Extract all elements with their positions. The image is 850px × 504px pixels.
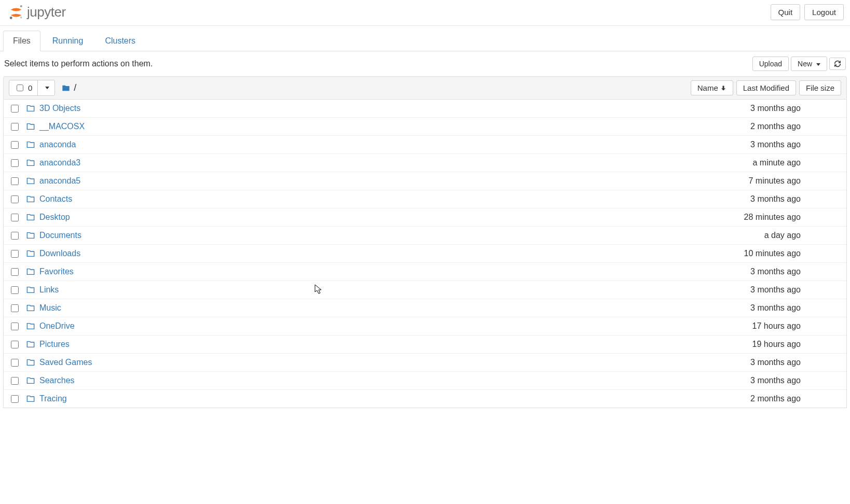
item-name[interactable]: Searches: [39, 376, 750, 385]
item-modified: 3 months ago: [750, 358, 801, 367]
file-list: 3D Objects3 months ago__MACOSX2 months a…: [3, 100, 847, 408]
item-name[interactable]: 3D Objects: [39, 104, 750, 113]
list-item: anaconda57 minutes ago: [4, 172, 846, 190]
svg-point-2: [20, 17, 22, 18]
item-name[interactable]: OneDrive: [39, 321, 752, 331]
list-item: __MACOSX2 months ago: [4, 118, 846, 136]
list-item: Links3 months ago: [4, 281, 846, 299]
item-name[interactable]: Contacts: [39, 194, 750, 204]
item-modified: 17 hours ago: [752, 321, 801, 331]
folder-icon[interactable]: [61, 84, 71, 92]
quit-button[interactable]: Quit: [771, 4, 801, 20]
selected-count: 0: [28, 83, 32, 92]
row-checkbox[interactable]: [11, 250, 19, 258]
folder-icon: [26, 231, 35, 240]
item-name[interactable]: Pictures: [39, 340, 752, 349]
folder-icon: [26, 177, 35, 185]
logout-button[interactable]: Logout: [804, 4, 844, 20]
item-name[interactable]: Saved Games: [39, 358, 750, 367]
item-name[interactable]: anaconda3: [39, 158, 752, 167]
list-item: Contacts3 months ago: [4, 190, 846, 208]
list-item: Tracing2 months ago: [4, 390, 846, 408]
item-modified: 3 months ago: [750, 303, 801, 313]
tab-clusters[interactable]: Clusters: [95, 31, 145, 51]
folder-icon: [26, 268, 35, 276]
item-name[interactable]: Music: [39, 303, 750, 313]
item-modified: 3 months ago: [750, 194, 801, 204]
row-checkbox[interactable]: [11, 323, 19, 330]
item-modified: 19 hours ago: [752, 340, 801, 349]
tab-bar: Files Running Clusters: [0, 30, 850, 51]
item-name[interactable]: Documents: [39, 231, 764, 240]
name-col-label: Name: [697, 83, 718, 92]
breadcrumb: /: [61, 82, 76, 93]
item-name[interactable]: __MACOSX: [39, 122, 750, 131]
folder-icon: [26, 304, 35, 312]
item-name[interactable]: Tracing: [39, 394, 750, 403]
list-item: Favorites3 months ago: [4, 263, 846, 281]
refresh-button[interactable]: [829, 58, 846, 70]
item-name[interactable]: Downloads: [39, 249, 744, 258]
row-checkbox[interactable]: [11, 268, 19, 276]
modified-col-label: Last Modified: [743, 83, 789, 92]
item-modified: 3 months ago: [750, 140, 801, 149]
list-item: anaconda3 months ago: [4, 136, 846, 154]
toolbar: Select items to perform actions on them.…: [0, 51, 850, 76]
row-checkbox[interactable]: [11, 105, 19, 113]
list-header: 0 / Name Last Modified File size: [3, 76, 847, 100]
tab-files[interactable]: Files: [3, 31, 40, 51]
tab-running[interactable]: Running: [43, 31, 93, 51]
sort-modified-button[interactable]: Last Modified: [736, 80, 796, 95]
row-checkbox[interactable]: [11, 159, 19, 167]
svg-point-0: [20, 5, 22, 7]
list-item: 3D Objects3 months ago: [4, 100, 846, 118]
item-modified: 28 minutes ago: [744, 213, 801, 222]
folder-icon: [26, 286, 35, 294]
item-name[interactable]: anaconda5: [39, 176, 748, 186]
row-checkbox[interactable]: [11, 141, 19, 149]
list-item: anaconda3a minute ago: [4, 154, 846, 172]
select-all-group: 0: [9, 80, 55, 96]
row-checkbox[interactable]: [11, 395, 19, 403]
select-all-dropdown[interactable]: [38, 84, 54, 92]
row-checkbox[interactable]: [11, 377, 19, 385]
row-checkbox[interactable]: [11, 232, 19, 240]
folder-icon: [26, 249, 35, 258]
folder-icon: [26, 213, 35, 221]
row-checkbox[interactable]: [11, 304, 19, 312]
row-checkbox[interactable]: [11, 177, 19, 185]
size-col-label: File size: [806, 83, 834, 92]
item-name[interactable]: Desktop: [39, 213, 744, 222]
item-modified: 3 months ago: [750, 285, 801, 295]
row-checkbox[interactable]: [11, 195, 19, 203]
folder-icon: [26, 159, 35, 167]
row-checkbox[interactable]: [11, 214, 19, 221]
new-dropdown-button[interactable]: New: [791, 57, 827, 71]
header-bar: jupyter Quit Logout: [0, 0, 850, 26]
row-checkbox[interactable]: [11, 359, 19, 367]
item-modified: 3 months ago: [750, 376, 801, 385]
folder-icon: [26, 358, 35, 367]
upload-button[interactable]: Upload: [752, 57, 789, 71]
breadcrumb-root: /: [74, 82, 76, 93]
folder-icon: [26, 376, 35, 385]
item-name[interactable]: anaconda: [39, 140, 750, 149]
select-all-checkbox-wrap: 0: [9, 80, 37, 95]
row-checkbox[interactable]: [11, 341, 19, 348]
jupyter-logo-text: jupyter: [27, 4, 66, 20]
select-all-checkbox[interactable]: [17, 85, 23, 91]
item-name[interactable]: Favorites: [39, 267, 750, 276]
header-buttons: Quit Logout: [771, 4, 844, 20]
folder-icon: [26, 141, 35, 149]
jupyter-logo-icon: [8, 5, 24, 20]
row-checkbox[interactable]: [11, 286, 19, 294]
jupyter-logo[interactable]: jupyter: [8, 4, 66, 20]
row-checkbox[interactable]: [11, 123, 19, 131]
caret-down-icon: [45, 87, 49, 89]
item-name[interactable]: Links: [39, 285, 750, 295]
svg-point-1: [10, 17, 12, 19]
sort-size-button[interactable]: File size: [799, 80, 841, 95]
sort-name-button[interactable]: Name: [691, 80, 733, 95]
list-item: Downloads10 minutes ago: [4, 245, 846, 263]
new-button-label: New: [798, 60, 812, 68]
